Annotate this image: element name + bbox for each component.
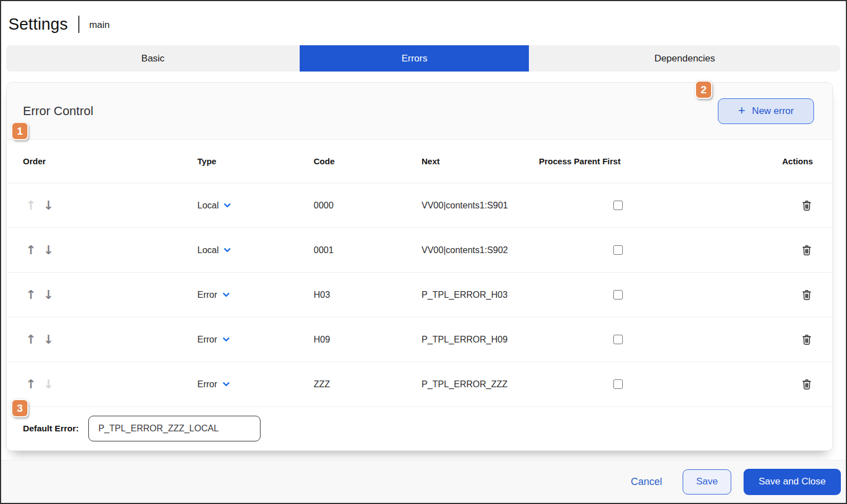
chevron-down-icon <box>223 290 230 297</box>
column-header-code: Code <box>314 156 422 166</box>
code-value: 0001 <box>314 245 422 255</box>
trash-icon <box>801 244 813 256</box>
tab-dependencies[interactable]: Dependencies <box>529 45 840 72</box>
delete-button[interactable] <box>801 199 813 212</box>
move-down-button: ↓ <box>43 378 53 391</box>
default-error-input[interactable] <box>88 416 261 441</box>
code-value: ZZZ <box>314 379 422 389</box>
delete-button[interactable] <box>801 334 813 346</box>
move-up-button[interactable]: ↑ <box>26 334 36 346</box>
default-error-section: Default Error: <box>7 407 832 450</box>
chevron-down-icon <box>223 379 230 387</box>
delete-button[interactable] <box>801 244 813 256</box>
type-dropdown[interactable]: Error <box>197 379 314 389</box>
move-up-button: ↑ <box>26 199 36 212</box>
page-subtitle: main <box>89 18 110 31</box>
annotation-badge-1: 1 <box>11 122 29 140</box>
move-up-button[interactable]: ↑ <box>26 289 36 301</box>
delete-button[interactable] <box>801 378 813 391</box>
type-dropdown[interactable]: Local <box>197 201 314 211</box>
annotation-badge-3: 3 <box>11 399 29 417</box>
delete-button[interactable] <box>801 289 813 301</box>
type-dropdown[interactable]: Error <box>197 335 314 345</box>
column-header-order: Order <box>23 156 197 166</box>
annotation-badge-2: 2 <box>695 80 712 99</box>
settings-window: Settings main Basic Errors Dependencies … <box>0 0 847 504</box>
type-dropdown[interactable]: Local <box>197 245 314 255</box>
save-button[interactable]: Save <box>683 469 731 495</box>
column-header-next: Next <box>422 156 539 166</box>
type-value: Error <box>197 335 217 345</box>
new-error-label: New error <box>752 106 794 117</box>
move-up-button[interactable]: ↑ <box>26 244 36 256</box>
chevron-down-icon <box>223 335 230 342</box>
column-header-process-parent-first: Process Parent First <box>539 156 697 166</box>
table-row: ↑ ↓ Error ZZZ P_TPL_ERROR_ZZZ <box>7 362 832 407</box>
table-row: ↑ ↓ Error H03 P_TPL_ERROR_H03 <box>7 273 832 317</box>
new-error-button[interactable]: + New error <box>718 98 814 124</box>
table-row: ↑ ↓ Local 0000 VV00|contents1:S901 <box>7 183 832 228</box>
next-value: P_TPL_ERROR_ZZZ <box>422 379 539 389</box>
section-title: Error Control <box>23 104 93 118</box>
tab-errors[interactable]: Errors <box>300 45 529 72</box>
code-value: 0000 <box>314 201 422 211</box>
cancel-button[interactable]: Cancel <box>631 476 662 488</box>
save-and-close-button[interactable]: Save and Close <box>744 469 841 495</box>
table-header-row: Order Type Code Next Process Parent Firs… <box>7 140 832 183</box>
tab-basic[interactable]: Basic <box>6 45 300 72</box>
trash-icon <box>801 289 813 301</box>
table-row: ↑ ↓ Local 0001 VV00|contents1:S902 <box>7 228 832 273</box>
table-row: ↑ ↓ Error H09 P_TPL_ERROR_H09 <box>7 317 832 362</box>
process-parent-first-checkbox[interactable] <box>613 201 623 210</box>
type-dropdown[interactable]: Error <box>197 290 314 300</box>
column-header-actions: Actions <box>697 156 813 166</box>
trash-icon <box>801 199 813 212</box>
plus-icon: + <box>738 104 745 117</box>
page-title: Settings <box>8 15 68 34</box>
chevron-down-icon <box>224 201 231 208</box>
process-parent-first-checkbox[interactable] <box>613 245 623 255</box>
default-error-label: Default Error: <box>23 424 79 434</box>
next-value: P_TPL_ERROR_H03 <box>422 290 539 300</box>
code-value: H03 <box>314 290 422 300</box>
error-control-panel: Error Control + New error Order Type Cod… <box>6 82 833 451</box>
move-down-button[interactable]: ↓ <box>43 334 53 346</box>
type-value: Error <box>197 290 217 300</box>
move-up-button[interactable]: ↑ <box>26 378 36 391</box>
move-down-button[interactable]: ↓ <box>43 289 53 301</box>
process-parent-first-checkbox[interactable] <box>613 379 623 389</box>
trash-icon <box>801 378 813 391</box>
chevron-down-icon <box>224 245 231 253</box>
process-parent-first-checkbox[interactable] <box>613 290 623 299</box>
move-down-button[interactable]: ↓ <box>43 199 53 212</box>
process-parent-first-checkbox[interactable] <box>613 335 623 344</box>
type-value: Local <box>197 201 219 211</box>
trash-icon <box>801 334 813 346</box>
tab-bar: Basic Errors Dependencies <box>6 45 840 72</box>
move-down-button[interactable]: ↓ <box>43 244 53 256</box>
code-value: H09 <box>314 335 422 345</box>
next-value: VV00|contents1:S902 <box>422 245 539 255</box>
type-value: Local <box>197 245 219 255</box>
next-value: P_TPL_ERROR_H09 <box>422 335 539 345</box>
next-value: VV00|contents1:S901 <box>422 201 539 211</box>
title-divider <box>78 16 79 33</box>
app-header: Settings main <box>1 1 846 45</box>
column-header-type: Type <box>197 156 314 166</box>
footer-bar: Cancel Save Save and Close <box>1 460 846 503</box>
type-value: Error <box>197 379 217 389</box>
